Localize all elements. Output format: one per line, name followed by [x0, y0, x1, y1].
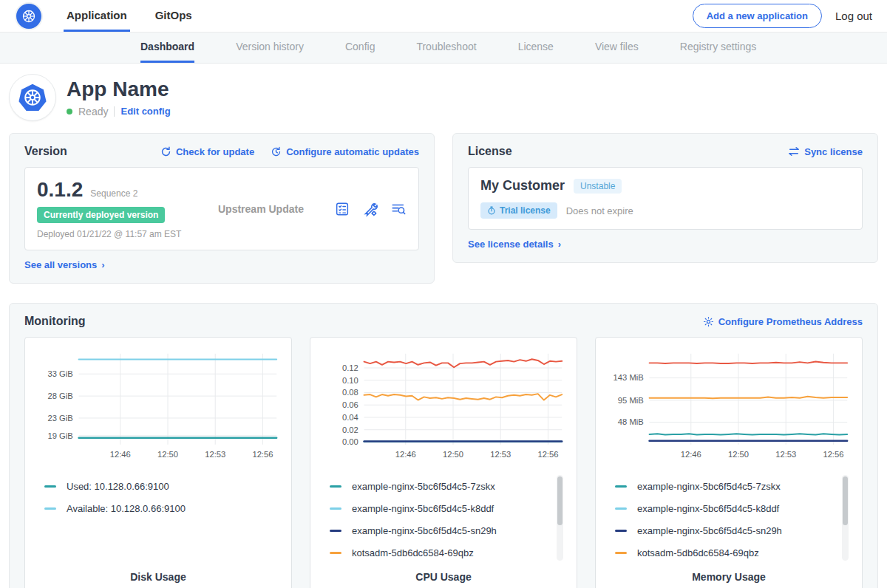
license-detail-row: My Customer Unstable Trial license Does …: [468, 167, 863, 230]
see-all-versions-link[interactable]: See all versions›: [24, 259, 105, 270]
version-card-title: Version: [24, 145, 67, 158]
svg-text:0.10: 0.10: [342, 376, 358, 385]
svg-text:12:46: 12:46: [110, 450, 131, 459]
legend-item: example-nginx-5bc6f5d4c5-7zskx: [330, 475, 565, 497]
chart-legend: example-nginx-5bc6f5d4c5-7zskxexample-ng…: [330, 475, 565, 564]
chart-title: CPU Usage: [319, 564, 568, 583]
tab-view-files[interactable]: View files: [595, 33, 639, 63]
chart-card-disk-usage: 19 GiB23 GiB28 GiB33 GiB12:4612:5012:531…: [24, 337, 292, 588]
svg-text:0.06: 0.06: [342, 400, 358, 409]
svg-text:12:50: 12:50: [443, 450, 463, 459]
license-card-title: License: [468, 145, 512, 158]
svg-text:0.08: 0.08: [342, 388, 358, 397]
chart-title: Disk Usage: [34, 564, 282, 583]
svg-text:0.04: 0.04: [342, 413, 358, 422]
license-card: License Sync license My Customer Unstabl…: [452, 133, 878, 263]
tab-license[interactable]: License: [518, 33, 554, 63]
legend-swatch: [44, 485, 56, 488]
scrollbar-thumb[interactable]: [843, 476, 848, 525]
top-nav-tabs: ApplicationGitOps: [64, 0, 195, 32]
configure-automatic-updates-link[interactable]: Configure automatic updates: [271, 146, 419, 157]
app-sub-navbar: DashboardVersion historyConfigTroublesho…: [0, 33, 887, 64]
legend-item: example-nginx-5bc6f5d4c5-k8ddf: [615, 497, 850, 519]
legend-item: kotsadm-5db6dc6584-69qbz: [615, 541, 850, 564]
legend-label: Used: 10.128.0.66:9100: [67, 481, 169, 492]
chevron-right-icon: ›: [558, 239, 561, 250]
top-navbar: ApplicationGitOps Add a new application …: [0, 0, 887, 33]
legend-item: kotsadm-5db6dc6584-69qbz: [330, 541, 565, 564]
scrollbar-thumb[interactable]: [557, 476, 563, 525]
status-dot: [67, 109, 72, 114]
page-title: App Name: [67, 78, 171, 101]
svg-text:12:53: 12:53: [205, 450, 225, 459]
svg-text:143 MiB: 143 MiB: [614, 373, 644, 382]
legend-scrollbar[interactable]: [557, 475, 563, 561]
check-for-update-link[interactable]: Check for update: [160, 146, 254, 157]
svg-text:33 GiB: 33 GiB: [47, 369, 72, 378]
top-tab-application[interactable]: Application: [64, 0, 130, 32]
view-files-search-icon[interactable]: [390, 201, 407, 217]
clock-refresh-icon: [271, 146, 282, 157]
legend-label: example-nginx-5bc6f5d4c5-sn29h: [352, 525, 497, 536]
svg-text:12:46: 12:46: [395, 450, 416, 459]
version-sequence: Sequence 2: [90, 188, 137, 199]
chart-legend: example-nginx-5bc6f5d4c5-7zskxexample-ng…: [615, 475, 850, 564]
legend-item: Available: 10.128.0.66:9100: [44, 497, 279, 519]
legend-swatch: [615, 552, 627, 554]
legend-scrollbar[interactable]: [842, 475, 849, 561]
channel-badge: Unstable: [574, 179, 622, 194]
svg-text:0.02: 0.02: [342, 425, 358, 434]
legend-item: example-nginx-5bc6f5d4c5-k8ddf: [330, 497, 565, 519]
license-expiry-text: Does not expire: [566, 205, 633, 216]
chevron-right-icon: ›: [101, 259, 104, 270]
logout-link[interactable]: Log out: [835, 10, 872, 22]
legend-item: Used: 10.128.0.66:9100: [44, 475, 279, 497]
chart-plot: 48 MiB95 MiB143 MiB12:4612:5012:5312:56: [605, 346, 853, 465]
monitoring-title: Monitoring: [24, 315, 86, 328]
top-tab-gitops[interactable]: GitOps: [152, 0, 195, 32]
chart-plot: 0.000.020.040.060.080.100.1212:4612:5012…: [319, 346, 568, 465]
gear-icon: [703, 316, 714, 327]
deployed-timestamp: Deployed 01/21/22 @ 11:57 am EST: [37, 229, 218, 239]
svg-text:12:56: 12:56: [252, 450, 273, 459]
config-wrench-icon[interactable]: [362, 201, 378, 217]
tab-registry-settings[interactable]: Registry settings: [680, 33, 756, 63]
preflight-checklist-icon[interactable]: [334, 201, 350, 217]
tab-version-history[interactable]: Version history: [236, 33, 304, 63]
current-version-row: 0.1.2 Sequence 2 Currently deployed vers…: [24, 167, 419, 250]
configure-prometheus-link[interactable]: Configure Prometheus Address: [703, 316, 863, 327]
legend-swatch: [615, 485, 627, 488]
svg-text:12:50: 12:50: [157, 450, 178, 459]
edit-config-link[interactable]: Edit config: [120, 106, 170, 117]
legend-swatch: [330, 507, 341, 510]
svg-text:12:56: 12:56: [823, 450, 843, 459]
legend-label: example-nginx-5bc6f5d4c5-k8ddf: [637, 503, 779, 514]
legend-swatch: [330, 485, 341, 488]
legend-item: example-nginx-5bc6f5d4c5-sn29h: [330, 519, 565, 541]
add-application-button[interactable]: Add a new application: [693, 4, 822, 28]
legend-label: kotsadm-5db6dc6584-69qbz: [637, 547, 759, 558]
svg-text:12:53: 12:53: [490, 450, 511, 459]
tab-dashboard[interactable]: Dashboard: [140, 33, 194, 63]
chart-card-memory-usage: 48 MiB95 MiB143 MiB12:4612:5012:5312:56e…: [595, 337, 863, 588]
legend-swatch: [615, 507, 627, 510]
svg-text:23 GiB: 23 GiB: [47, 414, 72, 423]
legend-label: Available: 10.128.0.66:9100: [67, 503, 186, 514]
legend-item: example-nginx-5bc6f5d4c5-7zskx: [615, 475, 850, 497]
chart-plot: 19 GiB23 GiB28 GiB33 GiB12:4612:5012:531…: [34, 346, 282, 465]
tab-troubleshoot[interactable]: Troubleshoot: [416, 33, 476, 63]
customer-name: My Customer: [480, 178, 565, 194]
sync-arrows-icon: [788, 146, 800, 157]
chart-legend: Used: 10.128.0.66:9100Available: 10.128.…: [44, 475, 279, 564]
chart-title: Memory Usage: [605, 564, 853, 583]
version-source-label: Upstream Update: [218, 203, 304, 215]
legend-label: example-nginx-5bc6f5d4c5-k8ddf: [352, 503, 494, 514]
see-license-details-link[interactable]: See license details›: [468, 239, 561, 250]
svg-text:19 GiB: 19 GiB: [47, 431, 72, 440]
monitoring-section: Monitoring Configure Prometheus Address …: [9, 303, 878, 588]
version-card: Version Check for update Co: [9, 133, 435, 284]
legend-swatch: [44, 507, 56, 510]
chart-card-cpu-usage: 0.000.020.040.060.080.100.1212:4612:5012…: [310, 337, 577, 588]
tab-config[interactable]: Config: [345, 33, 375, 63]
sync-license-link[interactable]: Sync license: [788, 146, 863, 157]
